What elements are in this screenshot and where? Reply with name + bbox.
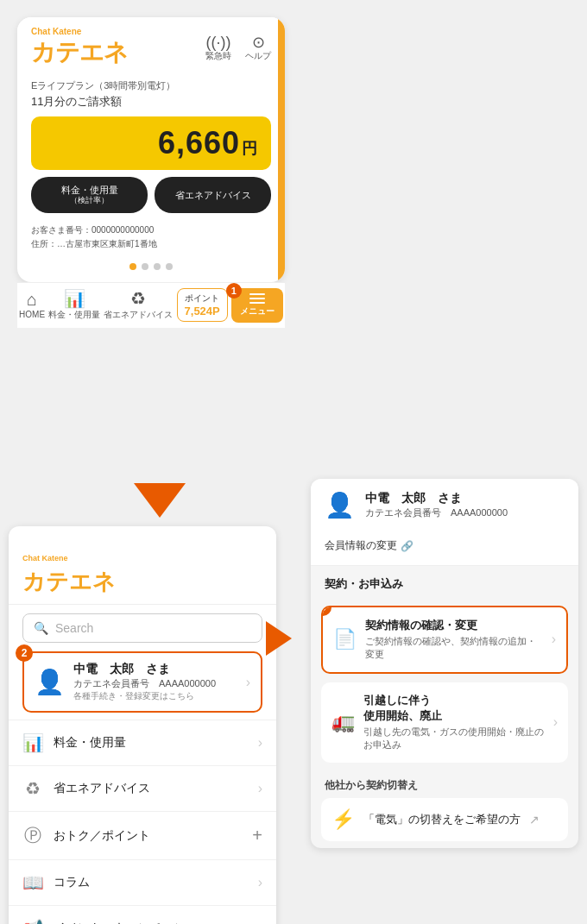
panel-logo: Chat Katene カテエネ — [22, 540, 262, 597]
right-panel: 👤 中電 太郎 さま カテエネ会員番号 AAAA000000 会員情報の変更 🔗… — [311, 479, 578, 848]
bottom-nav: ⌂ HOME 📊 料金・使用量 ♻ 省エネアドバイス ポイント 7,524P 1… — [17, 282, 285, 328]
change-info-link[interactable]: 会員情報の変更 🔗 — [311, 531, 578, 566]
arrow-right — [266, 621, 292, 656]
move-card-text: 引越しに伴う使用開始、廃止 引越し先の電気・ガスの使用開始・廃止のお申込み — [363, 693, 545, 752]
dot-1 — [129, 263, 136, 270]
switch-card-inner: ⚡ 「電気」の切替えをご希望の方 ↗ — [321, 798, 568, 841]
nav-usage[interactable]: 📊 料金・使用量 — [48, 290, 100, 321]
move-card-inner: 🚛 引越しに伴う使用開始、廃止 引越し先の電気・ガスの使用開始・廃止のお申込み … — [321, 682, 568, 763]
help-button[interactable]: ⊙ ヘルプ — [245, 35, 271, 62]
header-icons: ((·)) 緊急時 ⊙ ヘルプ — [205, 35, 271, 62]
dot-3 — [154, 263, 161, 270]
user-card-badge: 2 — [16, 644, 33, 662]
plan-name: Eライフプラン（3時間帯別電灯） — [17, 76, 285, 92]
carousel-dots — [17, 255, 285, 282]
contract-card[interactable]: 3 📄 契約情報の確認・変更 ご契約情報の確認や、契約情報の追加・変更 › — [321, 606, 568, 674]
menu-item-events[interactable]: 📢 イベント・キャンペーン › — [9, 905, 276, 924]
action-buttons: 料金・使用量 （検計率） 省エネアドバイス — [17, 177, 285, 220]
customer-info: お客さま番号：0000000000000 住所：…古屋市東区東新町1番地 — [17, 220, 285, 255]
search-placeholder: Search — [55, 621, 93, 635]
app-card: Chat Katene カテエネ ((·)) 緊急時 ⊙ ヘルプ Eライフプラン… — [17, 17, 285, 282]
search-box[interactable]: 🔍 Search — [22, 613, 262, 643]
truck-icon: 🚛 — [331, 711, 355, 733]
arrow-down — [134, 483, 186, 518]
nav-menu-button[interactable]: 1 メニュー — [231, 288, 283, 323]
contract-icon: 📄 — [333, 628, 357, 651]
chevron-icon: › — [258, 875, 262, 890]
billing-yen: 円 — [242, 138, 257, 159]
emergency-button[interactable]: ((·)) 緊急時 — [205, 35, 231, 62]
section-title: 契約・お申込み — [311, 566, 578, 599]
menu-badge: 1 — [226, 283, 242, 299]
app-logo: Chat Katene カテエネ — [31, 28, 128, 69]
chevron-icon: › — [258, 921, 262, 924]
chevron-right-icon: › — [246, 675, 250, 690]
usage-button[interactable]: 料金・使用量 （検計率） — [31, 177, 148, 213]
megaphone-icon: 📢 — [22, 918, 43, 924]
contract-card-inner: 📄 契約情報の確認・変更 ご契約情報の確認や、契約情報の追加・変更 › — [323, 607, 566, 672]
eco-icon: ♻ — [130, 290, 146, 307]
nav-points[interactable]: ポイント 7,524P — [177, 288, 228, 322]
right-panel-user: 👤 中電 太郎 さま カテエネ会員番号 AAAA000000 — [311, 479, 578, 531]
link-icon: ↗ — [529, 813, 540, 827]
chart-icon: 📊 — [22, 732, 43, 753]
panel-header: Chat Katene カテエネ — [9, 526, 276, 605]
right-user-info: 中電 太郎 さま カテエネ会員番号 AAAA000000 — [365, 491, 565, 519]
link-icon: 🔗 — [401, 540, 413, 552]
eco-icon: ♻ — [22, 778, 43, 799]
menu-item-points[interactable]: Ⓟ おトク／ポイント + — [9, 811, 276, 859]
chevron-icon: › — [258, 781, 262, 796]
switch-section-title: 他社から契約切替え — [311, 771, 578, 798]
chevron-right-icon: › — [552, 632, 556, 647]
user-info: 中電 太郎 さま カテエネ会員番号 AAAA000000 各種手続き・登録変更は… — [73, 662, 237, 702]
eco-button[interactable]: 省エネアドバイス — [155, 177, 271, 213]
dot-4 — [166, 263, 173, 270]
chevron-icon: › — [258, 735, 262, 751]
billing-amount: 6,660 — [158, 125, 240, 161]
orange-accent — [278, 17, 285, 282]
dot-2 — [142, 263, 148, 270]
point-icon: Ⓟ — [22, 824, 43, 847]
user-icon: 👤 — [35, 668, 65, 696]
move-card[interactable]: 🚛 引越しに伴う使用開始、廃止 引越し先の電気・ガスの使用開始・廃止のお申込み … — [321, 682, 568, 763]
menu-item-eco[interactable]: ♻ 省エネアドバイス › — [9, 765, 276, 811]
book-icon: 📖 — [22, 872, 43, 893]
menu-list: 📊 料金・使用量 › ♻ 省エネアドバイス › Ⓟ おトク／ポイント + 📖 コ… — [9, 720, 276, 924]
chart-icon: 📊 — [64, 290, 85, 307]
menu-item-column[interactable]: 📖 コラム › — [9, 859, 276, 905]
search-icon: 🔍 — [34, 621, 48, 635]
help-icon: ⊙ — [252, 35, 265, 50]
nav-eco[interactable]: ♻ 省エネアドバイス — [104, 290, 173, 321]
billing-amount-box: 6,660 円 — [31, 116, 271, 170]
nav-home[interactable]: ⌂ HOME — [19, 291, 45, 319]
app-header: Chat Katene カテエネ ((·)) 緊急時 ⊙ ヘルプ — [17, 17, 285, 76]
home-icon: ⌂ — [27, 291, 37, 308]
billing-month: 11月分のご請求額 — [17, 92, 285, 110]
electric-icon: ⚡ — [331, 808, 355, 831]
user-card[interactable]: 2 👤 中電 太郎 さま カテエネ会員番号 AAAA000000 各種手続き・登… — [22, 651, 262, 713]
hamburger-icon — [249, 293, 265, 304]
menu-item-usage[interactable]: 📊 料金・使用量 › — [9, 720, 276, 765]
chevron-right-icon: › — [553, 714, 558, 730]
wave-icon: ((·)) — [206, 35, 231, 50]
menu-panel: Chat Katene カテエネ 🔍 Search 2 👤 中電 太郎 さま カ… — [9, 526, 276, 924]
switch-card[interactable]: ⚡ 「電気」の切替えをご希望の方 ↗ — [321, 798, 568, 841]
plus-icon: + — [252, 826, 262, 845]
user-icon: 👤 — [325, 491, 355, 519]
contract-text: 契約情報の確認・変更 ご契約情報の確認や、契約情報の追加・変更 — [365, 618, 543, 662]
